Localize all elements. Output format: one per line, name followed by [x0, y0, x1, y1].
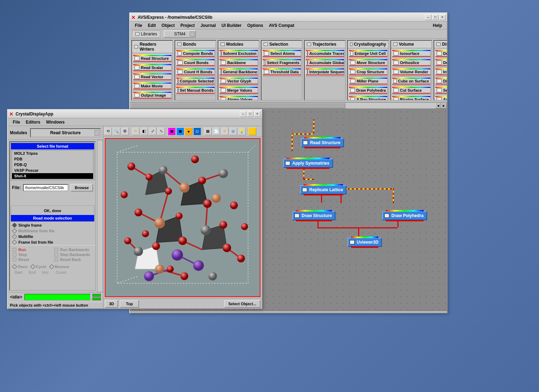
loop-bounce[interactable]: Bounce — [55, 265, 69, 269]
format-mol2-tripos[interactable]: MOL2 Tripos — [12, 150, 93, 156]
menu-edit[interactable]: Edit — [145, 22, 159, 29]
menu-options[interactable]: Options — [244, 22, 266, 29]
module-cut-surface[interactable]: Cut Surface — [392, 86, 431, 95]
node-uviewer3d[interactable]: Uviewer3D — [348, 238, 382, 247]
module-move-structure[interactable]: Move Structure — [349, 59, 388, 67]
menu-uibuilder[interactable]: UI Builder — [219, 22, 245, 29]
module-info-sequence[interactable]: Info Sequence — [435, 68, 447, 76]
tool-grid-icon[interactable]: ▦ — [204, 127, 212, 135]
module-enlarge-unit-cell[interactable]: Enlarge Unit Cell — [349, 50, 388, 58]
tool-fit-icon[interactable]: ⤢ — [149, 127, 156, 135]
play-reset-back[interactable]: Reset Back — [55, 257, 93, 262]
toggle-1[interactable] — [92, 294, 101, 297]
palette-hscroll[interactable]: ◂ ▸ — [130, 102, 447, 109]
view-top-button[interactable]: Top — [120, 300, 139, 308]
module-atoms-values[interactable]: Atoms Values — [219, 96, 258, 100]
node-read-structure[interactable]: Read Structure — [301, 138, 344, 147]
readmode-single-frame[interactable]: Single frame — [10, 222, 95, 228]
minimize-button[interactable]: – — [425, 15, 431, 20]
module-accumulate-traces[interactable]: Accumulate Traces — [305, 50, 344, 58]
scroll-left-icon[interactable]: ◂ — [435, 103, 441, 108]
module-interpolate-sequence[interactable]: Interpolate Sequence — [305, 68, 344, 76]
panel-vscroll[interactable] — [97, 140, 103, 292]
module-bicolor-surface[interactable]: Bicolor Surface — [392, 96, 431, 100]
play-run[interactable]: Run — [13, 248, 51, 252]
minimize-button[interactable]: – — [240, 111, 246, 117]
module-solvent-exclusion[interactable]: Solvent Exclusion — [219, 50, 258, 58]
module-orthoslice[interactable]: Orthoslice — [392, 59, 431, 67]
ok-done-button[interactable]: OK, done — [11, 206, 94, 215]
format-pdb-q[interactable]: PDB-Q — [12, 162, 93, 167]
module-accumulate-global[interactable]: Accumulate Global — [305, 59, 344, 67]
module-vector-glyph[interactable]: Vector Glyph — [219, 77, 258, 86]
node-replicate-lattice[interactable]: Replicate Lattice — [300, 185, 346, 194]
module-draw-polyhedra[interactable]: Draw Polyhedra — [349, 86, 388, 95]
tool-color2-icon[interactable]: ◼ — [176, 127, 184, 135]
menu-file[interactable]: File — [132, 22, 145, 29]
tool-color4-icon[interactable]: U — [193, 127, 201, 135]
file-input[interactable]: /home/mvalle/CSCSlib — [23, 184, 69, 191]
module-merge-values[interactable]: Merge Values — [219, 86, 258, 95]
module-set-manual-bonds[interactable]: Set Manual Bonds — [176, 86, 215, 95]
close-button[interactable]: × — [439, 15, 446, 20]
crystal-titlebar[interactable]: ✕ CrystalDisplayApp – □ × — [8, 110, 262, 118]
avs-titlebar[interactable]: ✕ AVS/Express - /home/mvalle/CSCSlib – □… — [130, 13, 447, 22]
module-threshold-data[interactable]: Threshold Data — [262, 68, 301, 76]
tool-refresh-icon[interactable]: ↻ — [132, 127, 139, 135]
menu-avscompat[interactable]: AVS Compat — [266, 22, 297, 29]
module-select-fragments[interactable]: Select Fragments — [262, 59, 301, 67]
library-select[interactable]: STM4 — [164, 30, 196, 38]
node-draw-structure[interactable]: Draw Structure — [292, 211, 336, 220]
module-volume-render[interactable]: Volume Render — [392, 68, 431, 76]
play-step[interactable]: Step — [13, 252, 51, 257]
module-x-ray-structure[interactable]: X Ray Structure — [349, 96, 388, 100]
select-object-button[interactable]: Select Object... — [224, 300, 260, 308]
scroll-right-icon[interactable]: ▸ — [441, 103, 447, 108]
tool-doc-icon[interactable]: 📄 — [212, 127, 220, 135]
format-shel-x[interactable]: Shel-X — [12, 173, 93, 179]
loop-cycle[interactable]: Cycle — [36, 265, 46, 269]
readmode-multifile[interactable]: Multifile — [10, 234, 95, 239]
module-select[interactable]: Read Structure — [30, 128, 101, 137]
module-read-scalar[interactable]: Read Scalar — [133, 64, 172, 72]
maximize-button[interactable]: □ — [432, 15, 438, 20]
menu-journal[interactable]: Journal — [197, 22, 218, 29]
module-axis-glyph[interactable]: Axis Glyph — [435, 96, 447, 100]
menu-file[interactable]: File — [10, 119, 23, 125]
module-compute-selected[interactable]: Compute Selected — [176, 77, 215, 86]
browse-button[interactable]: Browse — [70, 184, 93, 192]
3d-viewport[interactable] — [105, 138, 260, 297]
format-vasp-poscar[interactable]: VASP Poscar — [12, 167, 93, 173]
tool-bulb-icon[interactable]: 💡 — [238, 127, 246, 135]
loop-once[interactable]: Once — [18, 265, 28, 269]
module-isosurface[interactable]: Isosurface — [392, 50, 431, 58]
menu-object[interactable]: Object — [159, 22, 177, 29]
menu-project[interactable]: Project — [178, 22, 198, 29]
tool-color1-icon[interactable]: ◼ — [168, 127, 176, 135]
dropdown-icon[interactable] — [94, 130, 99, 136]
module-backbone[interactable]: Backbone — [219, 59, 258, 67]
format-list[interactable]: MOL2 TriposPDBPDB-QVASP PoscarShel-X — [12, 150, 93, 179]
module-make-movie[interactable]: Make Movie — [133, 82, 172, 91]
module-miller-plane[interactable]: Miller Plane — [349, 77, 388, 86]
play-run-back[interactable]: Run Backwards — [55, 248, 93, 252]
menu-windows[interactable]: Windows — [43, 119, 68, 125]
module-read-structure[interactable]: Read Structure — [133, 55, 172, 63]
node-draw-polyhedra[interactable]: Draw Polyhedra — [382, 211, 427, 220]
tool-target-icon[interactable]: ◎ — [229, 127, 237, 135]
module-read-vector[interactable]: Read Vector — [133, 73, 172, 81]
node-apply-symmetries[interactable]: Apply Symmetries — [283, 159, 333, 168]
module-compute-bonds[interactable]: Compute Bonds — [176, 50, 215, 58]
toggle-2[interactable] — [92, 297, 101, 300]
module-general-backbone[interactable]: General Backbone — [219, 68, 258, 76]
module-crop-structure[interactable]: Crop Structure — [349, 68, 388, 76]
menu-help[interactable]: Help — [430, 22, 445, 29]
tool-sun-icon[interactable]: ☀ — [221, 127, 229, 135]
module-output-image[interactable]: Output Image — [133, 91, 172, 100]
module-display[interactable]: Display — [435, 77, 447, 86]
format-pdb[interactable]: PDB — [12, 156, 93, 162]
play-step-back[interactable]: Step Backwards — [55, 252, 93, 257]
tool-reset-icon[interactable]: ⟲ — [104, 127, 112, 135]
module-cube-on-surface[interactable]: Cube on Surface — [392, 77, 431, 86]
view-3d-button[interactable]: 3D — [105, 300, 118, 308]
